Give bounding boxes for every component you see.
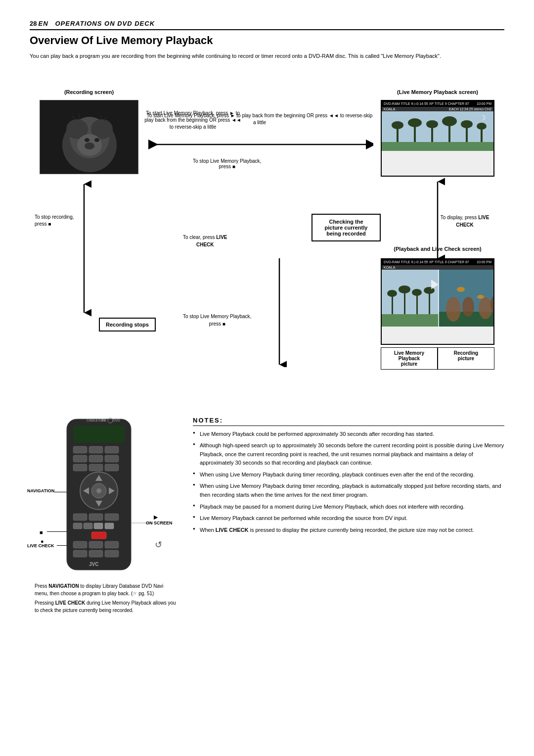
playback-check-screen: DVD-RAM TITLE 9 ▷0:14:55 XP TITLE 9 CHAP… [381,258,494,345]
svg-rect-62 [105,455,119,462]
svg-rect-75 [105,514,119,520]
live-memory-screen: DVD-RAM TITLE 9 ▷0:14:55 XP TITLE 9 CHAP… [381,100,494,177]
live-check-label: LIVE CHECK [27,543,54,548]
page-number: 28 [30,20,37,27]
svg-point-42 [446,297,461,322]
diagram-inner: (Recording screen) (Live [30,70,504,407]
svg-rect-86 [105,550,119,557]
notes-title: NOTES: [193,417,504,426]
svg-rect-64 [89,464,103,471]
note-item-1: Live Memory Playback could be performed … [193,430,504,439]
recording-screen-label: (Recording screen) [40,89,138,95]
svg-point-16 [392,121,403,129]
svg-point-18 [408,118,422,127]
note-item-3: When using Live Memory Playback during t… [193,471,504,479]
live-check-line [57,545,67,546]
svg-text:TV: TV [101,419,106,422]
clear-live-check-text: To clear, press LIVECHECK [183,234,227,248]
diagram-area: (Recording screen) (Live [30,70,504,407]
live-check-desc: Pressing LIVE CHECK during Live Memory P… [35,599,178,614]
svg-rect-74 [89,514,103,520]
remote-svg: CABLE/GBS TV DVD [30,417,168,580]
svg-point-24 [461,120,473,128]
note-item-5: Playback may be paused for a moment duri… [193,503,504,512]
right-arrow-symbol: ► [152,513,159,521]
center-down-arrow [272,258,287,367]
navigation-label: NAVIGATION [27,488,54,493]
svg-rect-37 [429,291,430,314]
page-title: Overview Of Live Memory Playback [30,34,504,47]
svg-rect-14 [382,142,493,151]
remote-container: CABLE/GBS TV DVD [30,417,168,580]
svg-text:JVC: JVC [89,562,98,567]
svg-rect-52 [73,425,125,443]
svg-rect-82 [89,541,103,548]
live-screen-sky: ☽ [382,111,493,151]
remote-area: CABLE/GBS TV DVD [30,417,178,614]
start-lmp-text: To start Live Memory Playback, press ► t… [146,112,373,126]
svg-rect-61 [89,455,103,462]
right-down-arrow [430,177,445,263]
svg-point-46 [457,287,465,292]
svg-point-43 [462,297,474,317]
note-item-2: Although high-speed search up to approxi… [193,441,504,468]
svg-point-8 [85,142,94,149]
svg-rect-85 [89,550,103,557]
svg-rect-81 [73,541,87,548]
svg-rect-77 [84,523,92,529]
svg-point-34 [399,285,410,293]
svg-rect-57 [73,446,87,453]
live-screen-header: DVD-RAM TITLE 9 ▷0:14:55 XP TITLE 9 CHAP… [382,101,493,107]
notes-area: NOTES: Live Memory Playback could be per… [193,417,504,614]
note-item-6: Live Memory Playback cannot be performed… [193,514,504,523]
on-screen-label: ON SCREEN [146,520,173,525]
svg-point-26 [477,123,487,130]
stop-line [47,531,67,532]
svg-point-36 [412,289,422,296]
recording-screen [40,100,138,174]
stop-recording-text: To stop recording,press ■ [35,214,74,228]
svg-rect-84 [73,550,87,557]
svg-text:DVD: DVD [113,419,120,422]
svg-point-32 [387,290,397,297]
svg-point-6 [85,138,89,142]
up-arrow-recording [77,179,91,318]
svg-point-7 [94,138,99,142]
recording-picture-label: Recordingpicture [438,347,494,370]
svg-rect-80 [91,532,106,539]
svg-point-44 [479,297,492,319]
recording-stops-box: Recording stops [99,318,156,331]
svg-rect-30 [382,314,439,327]
top-double-arrow [146,140,373,149]
note-item-4: When using Live Memory Playback during t… [193,482,504,499]
svg-rect-63 [73,464,87,471]
svg-rect-65 [105,464,119,471]
svg-point-20 [426,120,438,128]
svg-rect-79 [105,523,114,529]
checking-box: Checking the picture currently being rec… [312,214,381,241]
section-title: EN OPERATIONS ON DVD DECK [39,20,155,27]
stop-lmp-middle-text: To stop Live Memory Playback,press ■ [183,313,251,328]
svg-rect-33 [404,290,405,314]
svg-rect-73 [73,514,87,520]
svg-rect-59 [105,446,119,453]
svg-point-22 [442,116,457,126]
remote-annotations: Press NAVIGATION to display Library Data… [30,582,178,614]
svg-rect-35 [416,293,418,314]
navigation-desc: Press NAVIGATION to display Library Data… [35,582,178,597]
stop-symbol: ■ [40,529,43,535]
live-memory-picture-label: Live Memory Playbackpicture [381,347,438,370]
koala-svg [40,100,138,174]
svg-rect-58 [89,446,103,453]
nav-line [54,492,67,492]
page-header: 28 EN OPERATIONS ON DVD DECK [30,20,504,30]
svg-rect-76 [73,523,82,529]
picture-labels: Live Memory Playbackpicture Recordingpic… [381,347,494,370]
note-item-7: When LIVE CHECK is pressed to display th… [193,526,504,535]
svg-point-72 [96,488,101,493]
svg-point-47 [477,295,484,299]
live-memory-screen-label: (Live Memory Playback screen) [381,89,494,95]
notes-list: Live Memory Playback could be performed … [193,430,504,535]
svg-rect-78 [94,523,103,529]
svg-rect-60 [73,455,87,462]
